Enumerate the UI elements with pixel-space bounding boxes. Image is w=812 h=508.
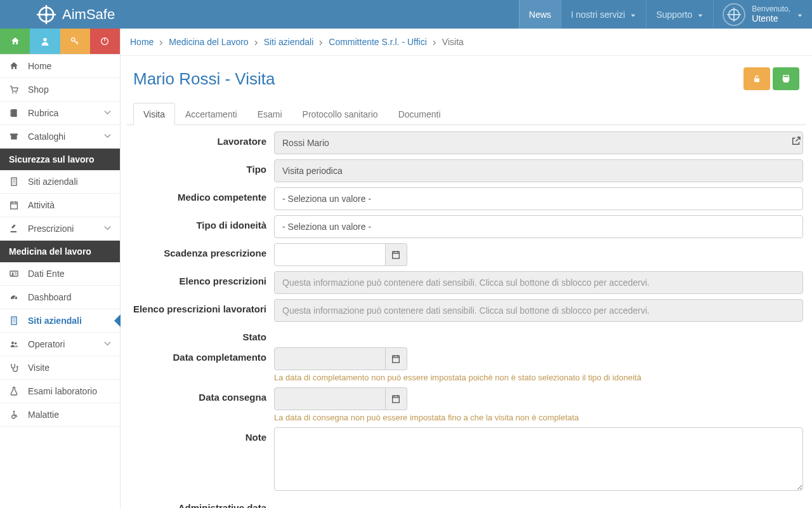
idcard-icon xyxy=(9,269,22,279)
label-stato: Stato xyxy=(127,327,274,342)
brand-logo-icon xyxy=(37,5,56,24)
breadcrumb: Home Medicina del Lavoro Siti aziendali … xyxy=(121,29,812,56)
chevron-down-icon xyxy=(104,224,111,234)
label-idoneita: Tipo di idoneità xyxy=(127,215,274,231)
nav-supporto[interactable]: Supporto xyxy=(646,0,713,29)
field-data-completamento xyxy=(274,347,386,370)
label-lavoratore: Lavoratore xyxy=(127,131,274,147)
breadcrumb-home[interactable]: Home xyxy=(130,37,154,47)
sidebar-item-rubrica[interactable]: Rubrica xyxy=(0,102,120,125)
sidebar-item-malattie[interactable]: Malattie xyxy=(0,403,120,427)
sidebar-item-prescrizioni[interactable]: Prescrizioni xyxy=(0,217,120,241)
sidebar-header-medicina: Medicina del lavoro xyxy=(0,241,120,262)
breadcrumb-committente[interactable]: Committente S.r.l. - Uffici xyxy=(329,37,427,47)
nav-news-label: News xyxy=(529,10,551,20)
quick-home-button[interactable] xyxy=(0,29,30,54)
sidebar-item-label: Dashboard xyxy=(28,292,111,302)
cart-icon xyxy=(9,84,22,95)
caret-down-icon xyxy=(797,10,803,20)
sidebar-item-home[interactable]: Home xyxy=(0,55,120,78)
chevron-right-icon xyxy=(432,37,437,47)
field-note[interactable] xyxy=(274,427,803,491)
label-scadenza: Scadenza prescrizione xyxy=(127,243,274,258)
sidebar-item-operatori[interactable]: Operatori xyxy=(0,333,120,356)
label-data-completamento: Data completamento xyxy=(127,347,274,363)
brand-name: AimSafe xyxy=(62,6,115,23)
label-medico: Medico competente xyxy=(127,187,274,203)
sidebar-item-label: Home xyxy=(28,61,111,71)
help-data-completamento: La data di completamento non può essere … xyxy=(274,373,803,382)
sidebar-item-siti-aziendali-med[interactable]: Siti aziendali xyxy=(0,309,120,333)
sidebar-item-label: Malattie xyxy=(28,410,111,420)
label-data-consegna: Data consegna xyxy=(127,387,274,403)
sidebar-item-siti-aziendali[interactable]: Siti aziendali xyxy=(0,170,120,194)
print-button[interactable] xyxy=(773,67,799,90)
tab-esami[interactable]: Esami xyxy=(247,103,292,125)
label-administrative-data: Administrative data xyxy=(127,498,274,508)
users-icon xyxy=(9,339,22,349)
quick-key-button[interactable] xyxy=(60,29,90,54)
field-scadenza[interactable] xyxy=(274,243,386,266)
nav-servizi[interactable]: I nostri servizi xyxy=(561,0,646,29)
home-icon xyxy=(9,61,22,71)
sidebar-item-dashboard[interactable]: Dashboard xyxy=(0,286,120,309)
calendar-icon xyxy=(9,200,22,210)
select-medico[interactable]: - Seleziona un valore - xyxy=(274,187,803,210)
username: Utente xyxy=(752,13,778,23)
nav-servizi-label: I nostri servizi xyxy=(571,10,625,20)
sidebar-item-label: Dati Ente xyxy=(28,269,111,279)
sidebar-item-label: Siti aziendali xyxy=(28,316,111,326)
user-menu[interactable]: Benvenuto, Utente xyxy=(713,0,812,29)
caret-down-icon xyxy=(697,10,704,20)
tab-accertamenti[interactable]: Accertamenti xyxy=(175,103,247,125)
sidebar-item-cataloghi[interactable]: Cataloghi xyxy=(0,125,120,149)
sidebar-item-attivita[interactable]: Attività xyxy=(0,194,120,217)
nav-news[interactable]: News xyxy=(519,0,561,29)
label-elenco-prescrizioni: Elenco prescrizioni xyxy=(127,271,274,286)
avatar-icon xyxy=(723,3,745,26)
breadcrumb-medicina[interactable]: Medicina del Lavoro xyxy=(169,37,248,47)
gavel-icon xyxy=(9,224,22,234)
sidebar-item-label: Siti aziendali xyxy=(28,177,111,187)
calendar-icon[interactable] xyxy=(386,387,407,410)
addressbook-icon xyxy=(9,108,22,118)
select-idoneita[interactable]: - Seleziona un valore - xyxy=(274,215,803,238)
breadcrumb-siti[interactable]: Siti aziendali xyxy=(264,37,314,47)
field-elenco-prescrizioni xyxy=(274,271,803,294)
sidebar-item-label: Visite xyxy=(28,363,111,373)
building-icon xyxy=(9,316,22,326)
label-note: Note xyxy=(127,427,274,443)
nav-supporto-label: Supporto xyxy=(656,10,692,20)
sidebar-item-label: Attività xyxy=(28,200,111,210)
field-data-consegna xyxy=(274,387,386,410)
calendar-icon[interactable] xyxy=(386,243,407,266)
sidebar-item-label: Prescrizioni xyxy=(28,224,104,234)
sidebar-header-sicurezza: Sicurezza sul lavoro xyxy=(0,149,120,170)
chevron-right-icon xyxy=(159,37,164,47)
sidebar: Home Shop Rubrica Cataloghi Sicurezza su… xyxy=(0,29,121,508)
tab-visita[interactable]: Visita xyxy=(133,103,175,125)
chevron-down-icon xyxy=(104,131,111,142)
sidebar-item-label: Operatori xyxy=(28,339,104,349)
unlock-button[interactable] xyxy=(743,67,770,90)
calendar-icon[interactable] xyxy=(386,347,407,370)
welcome-label: Benvenuto, xyxy=(752,5,790,13)
sidebar-item-esami-lab[interactable]: Esami laboratorio xyxy=(0,380,120,403)
sidebar-item-label: Esami laboratorio xyxy=(28,386,111,396)
external-link-icon[interactable] xyxy=(790,135,802,149)
sidebar-item-visite[interactable]: Visite xyxy=(0,356,120,380)
main-content: Home Medicina del Lavoro Siti aziendali … xyxy=(121,29,812,508)
tabs: Visita Accertamenti Esami Protocollo san… xyxy=(127,103,806,125)
tab-documenti[interactable]: Documenti xyxy=(388,103,451,125)
chevron-right-icon xyxy=(318,37,324,47)
field-elenco-prescrizioni-lav xyxy=(274,299,803,322)
sidebar-item-shop[interactable]: Shop xyxy=(0,78,120,102)
field-lavoratore xyxy=(274,131,803,154)
visita-form: Lavoratore Tipo Medico competente - Sele… xyxy=(121,125,812,508)
quick-power-button[interactable] xyxy=(90,29,120,54)
flask-icon xyxy=(9,386,22,396)
sidebar-item-dati-ente[interactable]: Dati Ente xyxy=(0,262,120,286)
page-title: Mario Rossi - Visita xyxy=(133,69,275,89)
quick-user-button[interactable] xyxy=(30,29,60,54)
tab-protocollo[interactable]: Protocollo sanitario xyxy=(292,103,388,125)
